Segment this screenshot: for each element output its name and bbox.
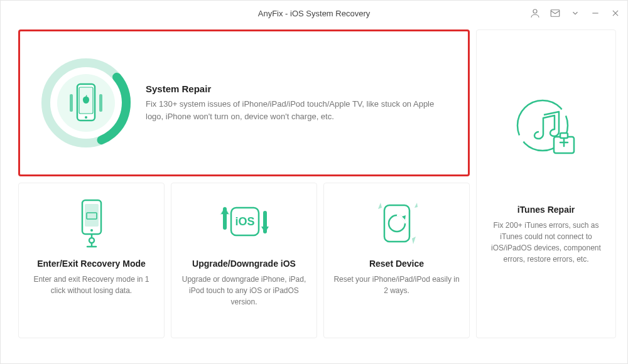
card-title: Upgrade/Downgrade iOS [192, 259, 296, 269]
system-repair-icon [33, 50, 139, 156]
card-desc: Reset your iPhone/iPad/iPod easily in 2 … [333, 274, 460, 296]
svg-rect-17 [560, 133, 568, 138]
card-desc: Upgrade or downgrade iPhone, iPad, iPod … [180, 274, 308, 308]
dropdown-icon[interactable] [570, 8, 581, 19]
recovery-mode-icon [63, 195, 120, 252]
main-grid: System Repair Fix 130+ system issues of … [1, 26, 627, 338]
svg-point-10 [85, 116, 87, 119]
card-title: iTunes Repair [517, 205, 575, 215]
itunes-repair-icon [509, 60, 584, 198]
svg-point-23 [90, 229, 93, 232]
svg-point-25 [89, 238, 94, 243]
app-title: AnyFix - iOS System Recovery [258, 9, 370, 18]
close-icon[interactable] [610, 8, 621, 19]
card-upgrade-downgrade[interactable]: iOS Upgrade/Downgrade iOS Upgrade or dow… [171, 183, 317, 338]
card-system-repair[interactable]: System Repair Fix 130+ system issues of … [18, 29, 470, 176]
mail-icon[interactable] [550, 8, 561, 19]
card-title: System Repair [146, 83, 435, 94]
account-icon[interactable] [529, 8, 541, 19]
svg-rect-11 [70, 94, 73, 112]
upgrade-downgrade-icon: iOS [210, 195, 279, 252]
svg-rect-1 [551, 10, 560, 17]
card-title: Reset Device [369, 259, 424, 269]
card-desc: Enter and exit Recovery mode in 1 click … [28, 274, 155, 296]
system-repair-text: System Repair Fix 130+ system issues of … [146, 83, 435, 122]
card-reset-device[interactable]: Reset Device Reset your iPhone/iPad/iPod… [323, 183, 470, 338]
card-recovery-mode[interactable]: Enter/Exit Recovery Mode Enter and exit … [18, 183, 165, 338]
minimize-icon[interactable] [590, 8, 601, 19]
titlebar: AnyFix - iOS System Recovery [1, 1, 627, 26]
svg-rect-12 [99, 94, 102, 112]
card-desc: Fix 130+ system issues of iPhone/iPad/iP… [146, 98, 435, 122]
window-controls [529, 1, 621, 26]
svg-point-0 [533, 9, 537, 13]
card-title: Enter/Exit Recovery Mode [37, 259, 146, 269]
reset-device-icon [365, 195, 428, 252]
svg-text:iOS: iOS [235, 215, 254, 228]
card-desc: Fix 200+ iTunes errors, such as iTunes c… [485, 220, 607, 265]
card-itunes-repair[interactable]: iTunes Repair Fix 200+ iTunes errors, su… [476, 29, 616, 338]
